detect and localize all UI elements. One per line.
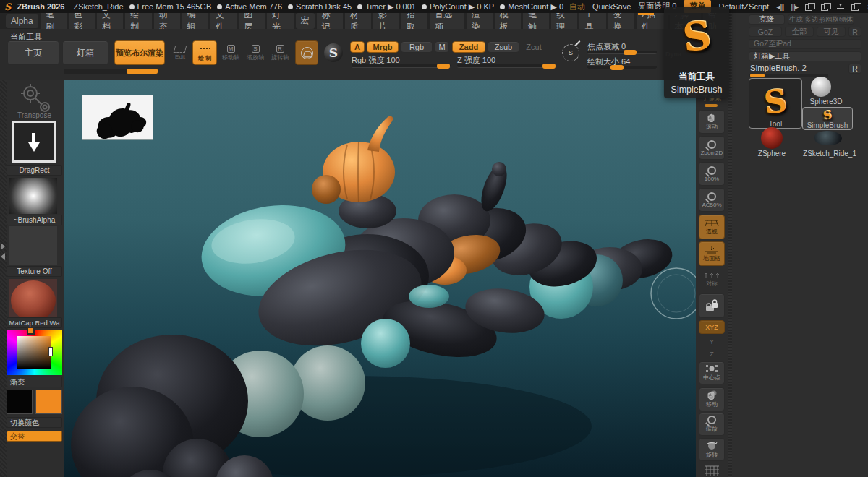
shelf-scroll-slider[interactable] xyxy=(64,69,158,74)
store-config-icon[interactable] xyxy=(805,3,814,10)
subpixel-slider-handle[interactable] xyxy=(705,104,718,107)
mode-zsub-button[interactable]: Zsub xyxy=(488,41,519,53)
gyro-button[interactable] xyxy=(295,40,318,65)
menu-macro[interactable]: 宏 xyxy=(296,13,315,29)
ui-opacity-handle[interactable] xyxy=(638,13,654,15)
move-camera-button[interactable]: 移动 xyxy=(699,387,725,411)
goz-r-button[interactable]: R xyxy=(848,27,861,37)
mode-mrgb-button[interactable]: Mrgb xyxy=(367,41,399,53)
antialiased-half-button[interactable]: AC50% xyxy=(699,188,725,212)
collapse-right-tray-icon[interactable]: |||▸ xyxy=(791,2,798,12)
shelf-scroll-handle[interactable] xyxy=(127,69,158,74)
collapse-tray-icon[interactable] xyxy=(1,253,5,260)
scale-gizmo-icon: S xyxy=(252,45,260,53)
z-intensity-slider[interactable] xyxy=(457,64,556,68)
tool-slider-handle[interactable] xyxy=(750,74,765,77)
zsphere-thumb[interactable] xyxy=(761,127,783,149)
minimize-icon[interactable] xyxy=(837,4,844,10)
mode-zadd-button[interactable]: Zadd xyxy=(452,41,485,53)
zbrush-window: S ZBrush 2026 ZSketch_Ride Free Mem 15.4… xyxy=(0,0,868,477)
material-button[interactable]: S xyxy=(321,40,346,65)
frame-center-button[interactable]: 中心点 xyxy=(699,361,725,384)
tool-r-button[interactable]: R xyxy=(848,64,861,74)
menu-alpha[interactable]: Alpha xyxy=(6,14,38,28)
draw-size-slider[interactable] xyxy=(587,66,657,69)
sculpt-canvas[interactable] xyxy=(64,80,696,477)
mode-zcut-button[interactable]: Zcut xyxy=(522,41,546,53)
rotate-z-button[interactable]: Z xyxy=(699,349,725,359)
quicksave-button[interactable]: QuickSave xyxy=(592,2,631,11)
switch-color-button[interactable]: 切换颜色 xyxy=(7,417,62,428)
lock-camera-button[interactable] xyxy=(699,293,725,318)
draw-button[interactable]: 绘 制 xyxy=(192,40,217,65)
scale-gizmo-button[interactable]: S 缩放轴 xyxy=(244,40,266,65)
canvas-viewport[interactable] xyxy=(64,80,696,477)
focal-shift-slider[interactable] xyxy=(587,51,657,54)
status-dot-icon xyxy=(217,4,222,9)
edit-button[interactable]: Edit xyxy=(169,40,191,65)
secondary-color-swatch[interactable] xyxy=(35,390,62,414)
goz-visible-button[interactable]: 可见 xyxy=(817,27,846,37)
main-color-swatch[interactable] xyxy=(7,390,33,414)
alternate-button[interactable]: 交替 xyxy=(7,431,62,442)
simplebrush-label: SimpleBrush xyxy=(807,121,848,129)
lightbox-tool-button[interactable]: 灯箱▶工具 xyxy=(749,51,861,61)
zoom3d-button[interactable]: 缩放 xyxy=(699,413,725,436)
texture-off-tile[interactable] xyxy=(9,226,57,265)
expand-tray-icon[interactable] xyxy=(1,243,5,250)
rgb-intensity-handle[interactable] xyxy=(437,64,450,69)
local-symmetry-button[interactable]: 对称 xyxy=(699,268,725,291)
restore-config-icon[interactable] xyxy=(821,3,830,10)
rotate-camera-button[interactable]: 旋转 xyxy=(699,438,725,461)
perspective-button[interactable]: 透视 xyxy=(699,215,725,239)
scroll-canvas-button[interactable]: 滚动 xyxy=(699,110,725,134)
goz-button[interactable]: GoZ xyxy=(749,27,782,37)
move-gizmo-button[interactable]: M 移动轴 xyxy=(220,40,242,65)
mode-rgb-button[interactable]: Rgb xyxy=(401,41,433,53)
zoom2d-button[interactable]: Zoom2D xyxy=(699,136,725,160)
floor-grid-button[interactable]: 地面格 xyxy=(699,241,725,266)
menu-bar: Alpha 笔刷 色彩 文档 绘制 动态 编辑 文件 图层 灯光 宏 标记 材质… xyxy=(0,13,729,29)
app-title: ZBrush 2026 xyxy=(17,2,64,11)
sv-selector[interactable] xyxy=(48,347,53,356)
rotate-xyz-button[interactable]: XYZ xyxy=(699,320,725,334)
rgb-intensity-slider[interactable] xyxy=(352,64,451,68)
rotate-y-button[interactable]: Y xyxy=(699,337,725,347)
zbrush-logo-icon: S xyxy=(4,2,11,12)
sphere3d-thumb[interactable] xyxy=(811,77,831,97)
color-picker[interactable] xyxy=(7,330,62,375)
rotate-gizmo-button[interactable]: R 旋转轴 xyxy=(269,40,291,65)
left-divider-strip[interactable] xyxy=(0,80,7,477)
brush-alpha-tile[interactable] xyxy=(9,178,57,214)
z-intensity-handle[interactable] xyxy=(542,64,556,69)
goz-ipad-button[interactable]: GoZ至iPad xyxy=(749,39,861,49)
material-tile[interactable] xyxy=(9,279,57,317)
title-bar: S ZBrush 2026 ZSketch_Ride Free Mem 15.4… xyxy=(0,0,868,13)
make-polymesh-button[interactable]: 生成 多边形网格物体 xyxy=(788,14,854,25)
zsketch-ride-thumb[interactable] xyxy=(814,131,842,145)
hue-selector[interactable] xyxy=(27,327,35,335)
mode-a-button[interactable]: A xyxy=(350,41,365,53)
move-gizmo-icon: M xyxy=(227,45,235,53)
active-tool-name[interactable]: SimpleBrush. 2 xyxy=(750,64,807,72)
home-button[interactable]: 主页 xyxy=(7,40,59,65)
focal-shift-handle[interactable] xyxy=(624,50,637,55)
color-picker-sv-square[interactable] xyxy=(17,336,51,369)
preview-boolean-button[interactable]: 预览布尔渲染 xyxy=(114,40,165,65)
actual-size-button[interactable]: 100% xyxy=(699,162,725,186)
gradient-label[interactable]: 渐变 xyxy=(7,377,62,387)
goz-all-button[interactable]: 全部 xyxy=(785,27,814,37)
mode-m-button[interactable]: M xyxy=(435,41,449,53)
edit-rect-icon xyxy=(174,46,187,53)
clone-tool-button[interactable]: 克隆 xyxy=(749,14,785,25)
transpose-icon[interactable] xyxy=(16,82,52,113)
draw-size-handle[interactable] xyxy=(610,65,624,70)
simplebrush-slot[interactable]: S SimpleBrush xyxy=(802,107,853,130)
collapse-left-tray-icon[interactable]: ◂||| xyxy=(776,2,783,12)
stroke-dragrect-tile[interactable] xyxy=(12,121,56,163)
restore-window-icon[interactable] xyxy=(851,3,860,10)
lightbox-button[interactable]: 灯箱 xyxy=(62,40,109,65)
stroke-button[interactable]: S xyxy=(559,40,582,65)
grid-options-button[interactable] xyxy=(699,464,725,477)
active-tool-slot[interactable]: S Tool xyxy=(749,78,802,129)
